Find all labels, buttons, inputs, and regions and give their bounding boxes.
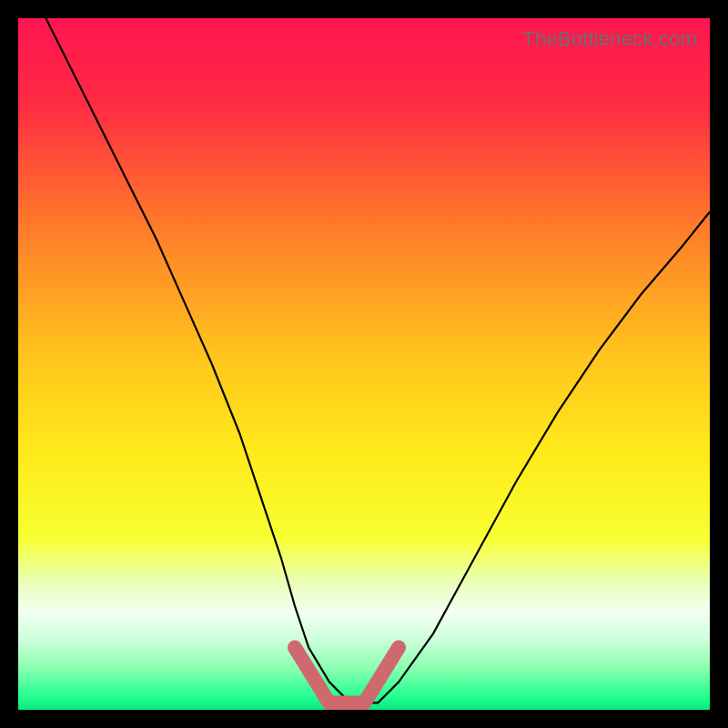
- chart-frame: TheBottleneck.com: [9, 9, 719, 719]
- plot-area: TheBottleneck.com: [18, 18, 710, 710]
- gradient-background: [18, 18, 710, 710]
- bottleneck-chart: [18, 18, 710, 710]
- watermark-text: TheBottleneck.com: [522, 27, 697, 51]
